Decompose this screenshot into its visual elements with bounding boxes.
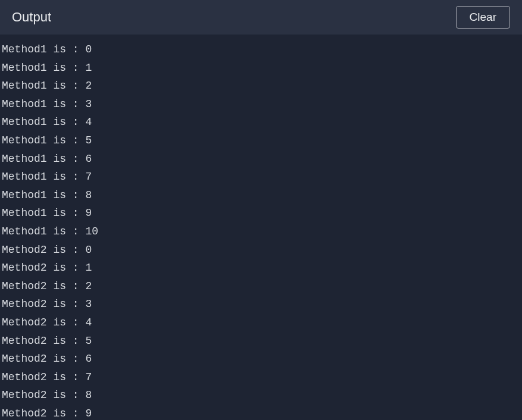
output-line: Method1 is : 6 — [2, 150, 522, 168]
output-line: Method1 is : 3 — [2, 95, 522, 114]
output-line: Method1 is : 2 — [2, 77, 522, 95]
output-line: Method2 is : 5 — [2, 332, 522, 350]
output-line: Method2 is : 1 — [2, 259, 522, 277]
output-line: Method2 is : 9 — [2, 405, 522, 420]
output-line: Method2 is : 0 — [2, 241, 522, 259]
output-line: Method1 is : 10 — [2, 222, 522, 241]
output-line: Method2 is : 7 — [2, 368, 522, 387]
output-line: Method2 is : 3 — [2, 295, 522, 314]
output-line: Method2 is : 8 — [2, 386, 522, 405]
output-line: Method2 is : 4 — [2, 314, 522, 332]
clear-button[interactable]: Clear — [456, 6, 510, 29]
output-line: Method1 is : 9 — [2, 204, 522, 222]
output-line: Method2 is : 6 — [2, 350, 522, 368]
output-line: Method1 is : 7 — [2, 168, 522, 186]
output-line: Method1 is : 8 — [2, 186, 522, 205]
output-header: Output Clear — [0, 0, 522, 35]
output-console: Method1 is : 0Method1 is : 1Method1 is :… — [0, 35, 522, 420]
output-line: Method1 is : 0 — [2, 40, 522, 59]
output-line: Method1 is : 1 — [2, 59, 522, 77]
output-line: Method1 is : 4 — [2, 113, 522, 131]
output-line: Method2 is : 2 — [2, 277, 522, 296]
output-line: Method1 is : 5 — [2, 131, 522, 150]
output-title: Output — [12, 10, 51, 25]
